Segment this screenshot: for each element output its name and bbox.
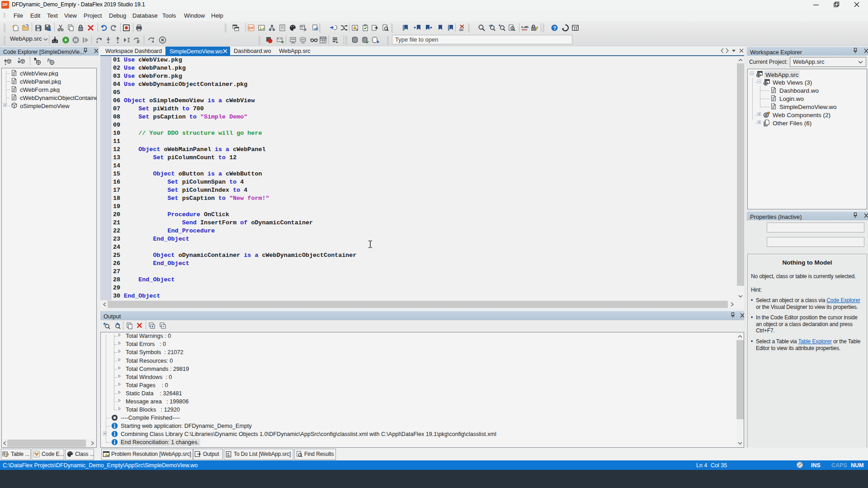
svg-text:c,ab: c,ab [521, 25, 528, 29]
svg-text:?: ? [553, 25, 557, 31]
svg-text:#: # [137, 39, 140, 44]
svg-text:DF: DF [249, 26, 254, 30]
